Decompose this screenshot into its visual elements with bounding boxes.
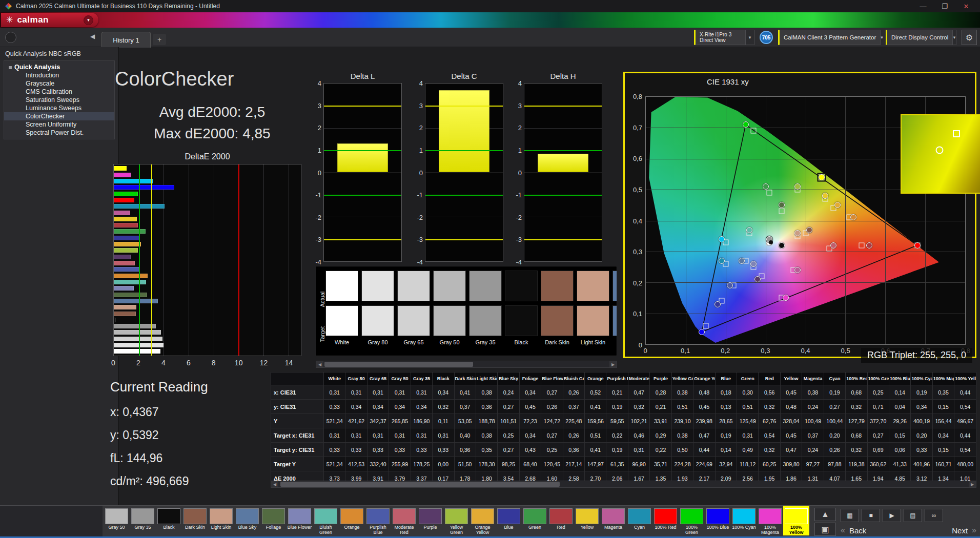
patch-button[interactable]: 100% Red	[652, 506, 679, 535]
session-options-button[interactable]	[5, 32, 16, 43]
patch-button[interactable]: 100% Magenta	[757, 506, 783, 535]
patch-button[interactable]: Yellow Green	[443, 506, 469, 535]
minimize-button[interactable]: —	[914, 3, 932, 10]
patch-button[interactable]: Dark Skin	[182, 506, 208, 535]
delta-tick-label: 4	[419, 79, 423, 87]
table-cell: 0,26	[541, 400, 563, 414]
patch-button[interactable]: Magenta	[600, 506, 626, 535]
scroll-left-icon[interactable]: ◀	[316, 361, 323, 367]
maximize-button[interactable]: ❐	[936, 3, 953, 10]
swatch-scrollbar[interactable]: ◀ ▶	[316, 361, 617, 368]
sidebar-item-saturation-sweeps[interactable]: Saturation Sweeps	[4, 96, 114, 104]
meter-status-badge[interactable]: 705	[760, 31, 773, 44]
logo-menu-button[interactable]: ▾	[84, 15, 93, 25]
grid-button[interactable]: ▦	[841, 509, 859, 522]
deltae-tick-label: 2	[136, 359, 140, 367]
settings-button[interactable]: ⚙	[962, 30, 977, 45]
cie-tick-label: 0,2	[633, 279, 642, 286]
swatch-cell: Gray 35	[469, 266, 502, 345]
patch-button[interactable]: Moderate Red	[391, 506, 417, 535]
sidebar-item-grayscale[interactable]: Grayscale	[4, 79, 114, 88]
tree-items: IntroductionGrayscaleCMS CalibrationSatu…	[4, 71, 114, 137]
table-row: y: CIE310,330,340,340,340,340,320,370,36…	[271, 400, 976, 414]
cie-tick-label: 0,7	[633, 123, 642, 131]
table-cell: 0,54	[759, 428, 780, 443]
meter-dropdown[interactable]: X-Rite i1Pro 3 Direct View ▾	[694, 30, 754, 45]
patch-button[interactable]: Orange Yellow	[469, 506, 496, 535]
sidebar-item-introduction[interactable]: Introduction	[4, 71, 114, 79]
patch-button[interactable]: Orange	[339, 506, 365, 535]
next-button[interactable]: Next	[948, 526, 972, 535]
patch-button[interactable]: Cyan	[626, 506, 652, 535]
sidebar-item-spectral-power-dist-[interactable]: Spectral Power Dist.	[4, 129, 114, 137]
patch-button[interactable]: Blue Flower	[287, 506, 313, 535]
scroll-left-icon[interactable]: ◀	[271, 481, 278, 487]
sidebar-item-colorchecker[interactable]: ColorChecker	[4, 112, 114, 120]
cie-tick-label: 0,8	[633, 93, 642, 100]
save-button[interactable]: ▤	[904, 509, 922, 522]
scrollbar-thumb[interactable]	[280, 482, 560, 487]
patch-button[interactable]: Light Skin	[208, 506, 234, 535]
patch-button[interactable]: Blue Sky	[234, 506, 260, 535]
pattern-window-button[interactable]: ▣	[814, 523, 836, 536]
back-button[interactable]: Back	[845, 526, 870, 535]
delta-tick-label: 1	[318, 146, 321, 154]
stop-button[interactable]: ■	[862, 509, 880, 522]
patch-button[interactable]: Purple	[417, 506, 443, 535]
loop-button[interactable]: ∞	[925, 509, 943, 522]
scrollbar-thumb[interactable]	[324, 362, 473, 367]
cie-measured-marker	[714, 301, 721, 307]
sidebar-item-screen-uniformity[interactable]: Screen Uniformity	[4, 120, 114, 129]
table-cell: 224,28	[671, 457, 693, 471]
scroll-right-icon[interactable]: ▶	[609, 361, 617, 367]
table-cell: 0,33	[911, 443, 932, 457]
table-cell: 0,31	[324, 385, 345, 400]
cie-measured-marker	[743, 121, 749, 128]
table-cell: 0,41	[585, 443, 606, 457]
eject-button[interactable]: ▲	[814, 508, 836, 521]
patch-button[interactable]: 100% Blue	[705, 506, 731, 535]
patch-label: Black	[156, 525, 181, 535]
patch-button[interactable]: Purplish Blue	[365, 506, 391, 535]
tab-history-1[interactable]: History 1	[101, 32, 151, 48]
deltae-bar-row	[114, 179, 301, 183]
sidebar-item-cms-calibration[interactable]: CMS Calibration	[4, 88, 114, 96]
patch-button[interactable]: Gray 50	[104, 506, 130, 535]
patch-label: Orange Yellow	[470, 525, 495, 535]
patch-button[interactable]: 100% Green	[679, 506, 705, 535]
patch-button[interactable]: Blue	[496, 506, 522, 535]
patch-swatch	[445, 508, 468, 524]
close-button[interactable]: ✕	[957, 3, 975, 10]
patch-label: Foliage	[261, 525, 286, 535]
play-button[interactable]: ▶	[883, 509, 901, 522]
patch-button[interactable]: Red	[548, 506, 574, 535]
patch-button[interactable]: Yellow	[574, 506, 600, 535]
patch-button[interactable]: Black	[156, 506, 182, 535]
patch-button[interactable]: 100% Cyan	[731, 506, 757, 535]
calman-logo-button[interactable]: ✳ calman ▾	[1, 13, 98, 27]
cie-measured-marker	[719, 258, 725, 264]
pattern-generator-dropdown[interactable]: CalMAN Client 3 Pattern Generator ▾	[778, 30, 881, 45]
add-tab-button[interactable]: +	[153, 34, 166, 45]
deltae-bar-row	[114, 286, 301, 291]
cie-measured-marker	[794, 183, 801, 190]
patch-button[interactable]: Green	[522, 506, 548, 535]
window-title: Calman 2025 Calman Ultimate for Business…	[16, 3, 910, 10]
patch-button[interactable]: Foliage	[260, 506, 287, 535]
patch-button[interactable]: Bluish Green	[313, 506, 339, 535]
deltae-bar-row	[114, 312, 301, 316]
delta-gridline	[524, 217, 602, 217]
patch-button[interactable]: 100% Yellow	[783, 506, 809, 535]
display-control-dropdown[interactable]: Direct Display Control ▾	[886, 30, 956, 45]
swatch-label: Light Skin	[581, 339, 605, 345]
sidebar-item-luminance-sweeps[interactable]: Luminance Sweeps	[4, 104, 114, 112]
table-scrollbar[interactable]: ◀ ▶	[271, 481, 976, 488]
patch-label: Blue	[496, 525, 521, 535]
patch-strip: Gray 50Gray 35BlackDark SkinLight SkinBl…	[104, 506, 809, 535]
table-cell: 0,32	[628, 400, 649, 414]
tree-root-quick-analysis[interactable]: Quick Analysis	[4, 63, 114, 71]
scroll-right-icon[interactable]: ▶	[969, 481, 976, 487]
patch-button[interactable]: Gray 35	[130, 506, 156, 535]
sidebar-collapse-button[interactable]: ◀	[90, 33, 95, 40]
column-header: Blue Flower	[541, 373, 563, 385]
